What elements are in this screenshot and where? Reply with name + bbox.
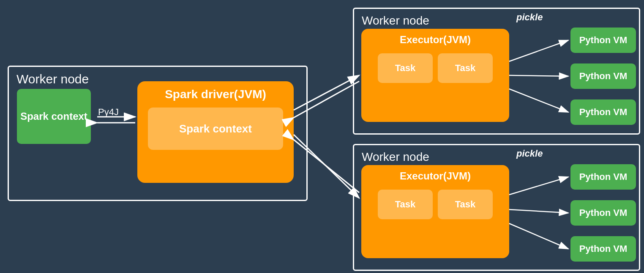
worker-node-bottom-label: Worker node: [362, 150, 429, 164]
pickle-top-label: pickle: [516, 12, 543, 23]
task-top-2: Task: [438, 53, 493, 83]
spark-context-green-box: Spark context: [17, 89, 91, 144]
spark-context-inner-box: Spark context: [148, 108, 283, 150]
python-vm-top-2: Python VM: [570, 63, 636, 89]
task-top-1: Task: [378, 53, 433, 83]
spark-driver-label: Spark driver(JVM): [165, 88, 266, 101]
pickle-bottom-label: pickle: [516, 148, 543, 159]
executor-top-tasks: Task Task: [361, 53, 509, 83]
python-vm-bot-2: Python VM: [570, 200, 636, 226]
executor-bottom-box: Executor(JVM) Task Task: [361, 165, 509, 258]
python-vm-bot-1: Python VM: [570, 164, 636, 190]
task-bot-2: Task: [438, 190, 493, 219]
executor-bottom-label: Executor(JVM): [361, 165, 509, 185]
python-vm-top-3: Python VM: [570, 99, 636, 125]
task-bot-1: Task: [378, 190, 433, 219]
py4j-label: Py4J: [98, 107, 119, 118]
spark-driver-box: Spark driver(JVM) Spark context: [137, 81, 294, 183]
driver-worker-node-label: Worker node: [16, 72, 89, 86]
spark-context-inner-label: Spark context: [179, 122, 252, 135]
diagram-container: Worker node Spark context Py4J Spark dri…: [0, 0, 644, 273]
python-vm-bot-3: Python VM: [570, 236, 636, 262]
worker-node-top-label: Worker node: [362, 14, 429, 28]
executor-top-box: Executor(JVM) Task Task: [361, 29, 509, 122]
executor-top-label: Executor(JVM): [361, 29, 509, 49]
spark-context-green-label: Spark context: [20, 110, 87, 122]
python-vm-top-1: Python VM: [570, 28, 636, 53]
executor-bottom-tasks: Task Task: [361, 190, 509, 219]
